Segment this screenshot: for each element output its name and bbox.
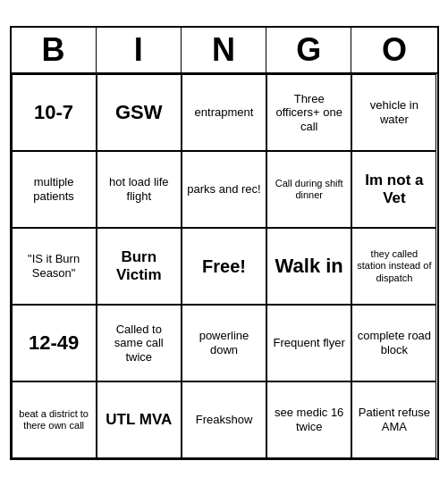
bingo-letter-b: B — [12, 28, 97, 72]
bingo-cell-6: hot load life flight — [97, 151, 182, 228]
bingo-cell-20: beat a district to there own call — [12, 381, 97, 458]
bingo-letter-i: I — [97, 28, 182, 72]
bingo-cell-15: 12-49 — [12, 305, 97, 381]
bingo-cell-0: 10-7 — [12, 74, 97, 151]
bingo-cell-8: Call during shift dinner — [266, 151, 351, 228]
bingo-header: BINGO — [12, 28, 437, 74]
bingo-cell-18: Frequent flyer — [266, 305, 351, 381]
bingo-cell-2: entrapment — [182, 74, 266, 151]
bingo-cell-13: Walk in — [266, 228, 351, 305]
bingo-cell-9: Im not a Vet — [351, 151, 436, 228]
bingo-cell-14: they called station instead of dispatch — [351, 228, 436, 305]
bingo-cell-1: GSW — [97, 74, 182, 151]
bingo-cell-5: multiple patients — [12, 151, 97, 228]
bingo-letter-n: N — [182, 28, 266, 72]
bingo-grid: 10-7GSWentrapmentThree officers+ one cal… — [12, 74, 437, 458]
bingo-cell-24: Patient refuse AMA — [351, 381, 436, 458]
bingo-cell-3: Three officers+ one call — [266, 74, 351, 151]
bingo-cell-17: powerline down — [182, 305, 266, 381]
bingo-cell-11: Burn Victim — [97, 228, 182, 305]
bingo-cell-10: "IS it Burn Season" — [12, 228, 97, 305]
bingo-cell-7: parks and rec! — [182, 151, 266, 228]
bingo-letter-o: O — [351, 28, 436, 72]
bingo-cell-22: Freakshow — [182, 381, 266, 458]
bingo-cell-21: UTL MVA — [97, 381, 182, 458]
bingo-cell-16: Called to same call twice — [97, 305, 182, 381]
bingo-cell-4: vehicle in water — [351, 74, 436, 151]
bingo-letter-g: G — [266, 28, 351, 72]
bingo-cell-23: see medic 16 twice — [266, 381, 351, 458]
bingo-card: BINGO 10-7GSWentrapmentThree officers+ o… — [10, 26, 439, 460]
bingo-cell-19: complete road block — [351, 305, 436, 381]
bingo-cell-12: Free! — [182, 228, 266, 305]
